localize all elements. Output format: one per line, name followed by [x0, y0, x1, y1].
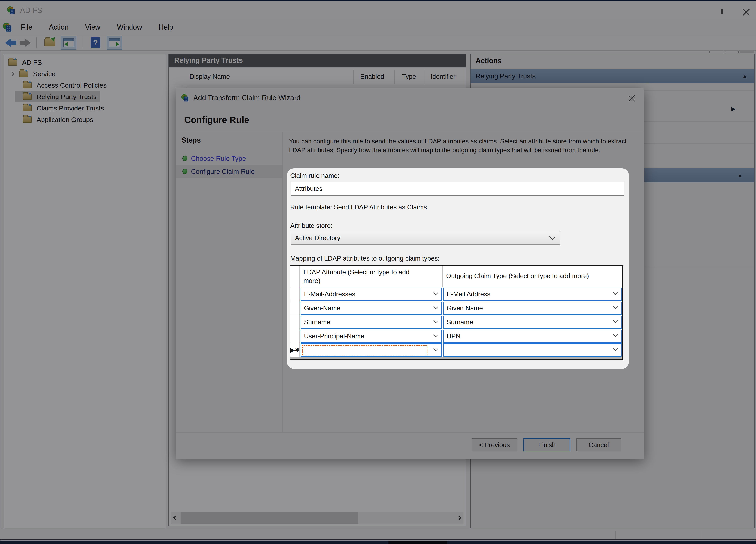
back-icon[interactable]	[5, 38, 16, 47]
step-configure-claim-rule[interactable]: Configure Claim Rule	[176, 165, 282, 178]
outgoing-claim-select[interactable]: Given Name	[443, 302, 622, 315]
folder-icon	[23, 116, 31, 123]
claim-rule-name-label: Claim rule name:	[290, 172, 339, 179]
status-bar	[0, 529, 756, 540]
ldap-mapping-grid: LDAP Attribute (Select or type to add mo…	[290, 265, 623, 360]
adfs-app-icon	[7, 6, 16, 15]
submenu-arrow-icon: ▶	[731, 105, 736, 112]
mapping-label: Mapping of LDAP attributes to outgoing c…	[290, 255, 440, 262]
chevron-down-icon	[433, 290, 438, 295]
row-marker-cell	[290, 329, 300, 343]
show-action-pane-icon[interactable]	[107, 36, 122, 50]
horizontal-scrollbar[interactable]	[171, 512, 463, 524]
close-button[interactable]	[742, 7, 750, 16]
collapse-icon[interactable]: ▲	[737, 172, 743, 178]
maximize-button[interactable]	[721, 10, 723, 13]
show-console-tree-icon[interactable]	[61, 36, 76, 50]
export-list-icon[interactable]	[42, 36, 57, 50]
step-label[interactable]: Choose Rule Type	[191, 155, 246, 162]
column-display-name[interactable]: Display Name	[189, 73, 230, 80]
row-marker-cell	[290, 315, 300, 329]
tree-item-service[interactable]: Service	[4, 68, 166, 80]
tree-item-claims-provider-trusts[interactable]: Claims Provider Trusts	[4, 102, 166, 114]
row-marker-header-cell	[290, 265, 300, 287]
mapping-new-row: ▶✱	[290, 343, 622, 357]
expand-chevron-icon[interactable]	[10, 72, 14, 76]
ldap-attribute-column-header: LDAP Attribute (Select or type to add mo…	[300, 265, 443, 287]
menu-file[interactable]: File	[13, 23, 41, 31]
menu-view[interactable]: View	[77, 23, 108, 31]
chevron-down-icon	[613, 290, 618, 295]
scroll-left-icon[interactable]	[171, 512, 180, 524]
tree-item-relying-party-trusts[interactable]: Relying Party Trusts	[4, 91, 166, 102]
adfs-console-window: AD FS File Action View Window Help	[0, 0, 756, 544]
tree-item-application-groups[interactable]: Application Groups	[4, 114, 166, 125]
chevron-down-icon	[549, 233, 555, 240]
ldap-attribute-select-focused[interactable]	[301, 344, 442, 357]
scrollbar-thumb[interactable]	[181, 512, 358, 524]
attribute-store-label: Attribute store:	[290, 222, 333, 229]
mapping-row: E-Mail-Addresses E-Mail Address	[290, 287, 622, 301]
outgoing-claim-select[interactable]: UPN	[443, 330, 622, 343]
dialog-title: Add Transform Claim Rule Wizard	[193, 94, 300, 102]
wizard-description: You can configure this rule to send the …	[289, 137, 636, 155]
menu-bar: File Action View Window Help	[0, 20, 756, 35]
mapping-row: User-Principal-Name UPN	[290, 329, 622, 343]
folder-icon	[8, 59, 17, 66]
window-title: AD FS	[20, 6, 42, 15]
taskbar-edge	[0, 541, 756, 544]
chevron-down-icon	[613, 346, 618, 351]
tree-item-adfs-root[interactable]: AD FS	[4, 57, 166, 68]
finish-button[interactable]: Finish	[523, 438, 570, 451]
focus-rectangle	[302, 345, 427, 355]
grid-bottom-strip	[290, 357, 622, 360]
help-icon[interactable]: ?	[88, 36, 103, 50]
dialog-close-icon[interactable]	[628, 94, 636, 102]
chevron-down-icon	[613, 318, 618, 323]
scroll-right-icon[interactable]	[455, 512, 463, 524]
forward-icon[interactable]	[20, 38, 31, 47]
title-bar: AD FS	[0, 1, 756, 20]
tree-item-label: AD FS	[22, 59, 42, 66]
menu-window[interactable]: Window	[108, 23, 150, 31]
tree-item-label: Service	[33, 70, 55, 78]
ldap-attribute-select[interactable]: Given-Name	[301, 302, 442, 315]
step-choose-rule-type[interactable]: Choose Rule Type	[176, 152, 282, 165]
claim-rule-form-panel: Claim rule name: Rule template: Send LDA…	[287, 168, 629, 369]
tree-item-label: Claims Provider Trusts	[37, 104, 104, 112]
previous-button[interactable]: < Previous	[472, 438, 517, 451]
collapse-icon[interactable]: ▲	[742, 73, 747, 79]
menu-help[interactable]: Help	[150, 23, 182, 31]
attribute-store-select[interactable]: Active Directory	[291, 231, 560, 245]
actions-group-relying-party-trusts[interactable]: Relying Party Trusts ▲	[471, 69, 754, 83]
chevron-down-icon	[433, 318, 438, 323]
ldap-attribute-select[interactable]: Surname	[301, 316, 442, 329]
toolbar-separator	[82, 37, 82, 48]
column-enabled[interactable]: Enabled	[360, 73, 384, 80]
column-type[interactable]: Type	[402, 73, 416, 80]
actions-pane-title: Actions	[471, 54, 754, 68]
ldap-attribute-select[interactable]: User-Principal-Name	[301, 330, 442, 343]
claim-rule-name-input[interactable]	[291, 182, 624, 195]
tree-item-access-control-policies[interactable]: Access Control Policies	[4, 80, 166, 91]
step-bullet-icon	[182, 169, 187, 174]
step-label: Configure Claim Rule	[191, 168, 255, 175]
outgoing-claim-select[interactable]: E-Mail Address	[443, 288, 622, 301]
folder-icon	[23, 82, 31, 88]
chevron-down-icon	[613, 304, 618, 309]
cancel-button[interactable]: Cancel	[576, 438, 621, 451]
column-identifier[interactable]: Identifier	[431, 73, 456, 80]
ldap-attribute-select[interactable]: E-Mail-Addresses	[301, 288, 442, 301]
console-tree-panel: AD FS Service Access Control Policies Re…	[4, 54, 166, 528]
menu-action[interactable]: Action	[41, 23, 77, 31]
outgoing-claim-select[interactable]	[443, 344, 622, 357]
folder-icon	[23, 93, 31, 100]
dialog-title-bar: Add Transform Claim Rule Wizard	[176, 88, 644, 107]
chevron-down-icon	[433, 332, 438, 337]
taskbar-segment	[388, 541, 447, 544]
mapping-row: Surname Surname	[290, 315, 622, 329]
outgoing-claim-column-header: Outgoing Claim Type (Select or type to a…	[443, 265, 622, 287]
chevron-down-icon	[613, 332, 618, 337]
outgoing-claim-select[interactable]: Surname	[443, 316, 622, 329]
new-row-marker-icon: ▶✱	[290, 343, 300, 357]
